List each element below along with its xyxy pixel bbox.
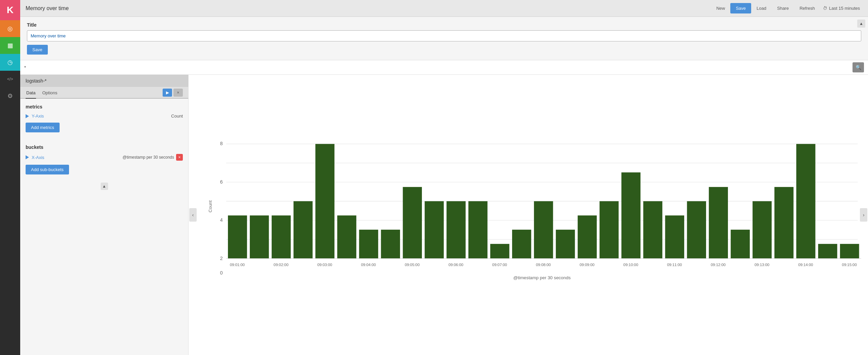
bucket-right: @timestamp per 30 seconds × [123,154,183,161]
settings-icon: ⚙ [7,92,13,100]
svg-rect-22 [425,201,444,258]
search-button[interactable]: 🔍 [852,62,864,72]
clock-icon: ◷ [7,59,13,66]
svg-rect-36 [731,230,750,259]
code-icon: </> [7,77,13,82]
scroll-up-button[interactable]: ▲ [101,182,108,190]
expand-icon [26,114,29,118]
svg-text:09:09:00: 09:09:00 [580,263,595,267]
play-button[interactable]: ▶ [163,89,172,97]
page-title: Memory over time [26,5,711,11]
remove-x-axis-button[interactable]: × [176,154,183,161]
svg-rect-27 [534,201,553,258]
sidebar-item-settings[interactable]: ⚙ [0,88,20,105]
title-input[interactable] [27,30,861,41]
sidebar-item-compass[interactable]: ◎ [0,20,20,37]
svg-rect-21 [403,187,422,258]
svg-text:09:03:00: 09:03:00 [317,263,332,267]
time-picker[interactable]: ⏱ Last 15 minutes [820,6,863,11]
svg-text:09:13:00: 09:13:00 [754,263,769,267]
buckets-section-title: buckets [26,145,183,150]
tabs-bar: Data Options ▶ × [20,87,188,99]
svg-rect-33 [665,215,684,259]
chart-nav-right-button[interactable]: › [860,208,867,221]
count-label: Count [171,114,183,119]
x-axis-value: @timestamp per 30 seconds [123,155,174,160]
svg-rect-28 [556,230,575,259]
main-area: Memory over time New Save Load Share Ref… [20,0,868,355]
bottom-area: logstash-* Data Options ▶ × metrics [20,75,868,355]
svg-text:09:04:00: 09:04:00 [361,263,376,267]
svg-rect-18 [337,215,356,259]
svg-rect-38 [774,187,794,258]
svg-rect-14 [250,215,269,259]
query-row: 🔍 [20,60,868,75]
svg-rect-32 [644,201,662,258]
sidebar-item-clock[interactable]: ◷ [0,54,20,71]
x-axis-label-left[interactable]: X-Axis [26,155,44,160]
svg-text:Count: Count [208,200,213,212]
index-name: logstash-* [26,78,46,84]
nav-refresh[interactable]: Refresh [794,3,820,13]
svg-rect-34 [687,201,706,258]
nav-save[interactable]: Save [730,3,751,13]
y-axis-label-left[interactable]: Y-Axis [26,114,44,119]
svg-rect-40 [818,244,837,258]
clock-icon: ⏱ [823,6,827,11]
title-label: Title [27,22,861,28]
svg-rect-24 [468,201,488,258]
sidebar-item-chart[interactable]: ▦ [0,37,20,54]
collapse-button[interactable]: ▲ [857,20,865,28]
svg-text:09:10:00: 09:10:00 [623,263,638,267]
svg-text:09:11:00: 09:11:00 [667,263,682,267]
nav-new[interactable]: New [711,3,730,13]
add-metrics-button[interactable]: Add metrics [26,123,60,132]
expand-x-icon [26,155,29,159]
tab-options[interactable]: Options [41,87,58,99]
svg-rect-20 [381,230,400,259]
svg-text:4: 4 [220,217,223,223]
svg-rect-41 [840,244,859,258]
search-icon: 🔍 [856,65,861,70]
svg-text:09:12:00: 09:12:00 [711,263,725,267]
y-axis-row: Y-Axis Count [26,114,183,119]
chart-icon: ▦ [7,42,13,49]
panel-bottom-nav: ▲ [20,180,188,193]
tabs-left: Data Options [26,87,58,98]
panel-body: metrics Y-Axis Count Add metrics buckets [20,99,188,180]
sidebar-item-code[interactable]: </> [0,71,20,88]
svg-rect-13 [228,215,247,259]
close-tab-button[interactable]: × [174,89,183,97]
svg-text:09:02:00: 09:02:00 [274,263,288,267]
svg-text:@timestamp per 30 seconds: @timestamp per 30 seconds [513,275,571,280]
title-section: Title Save ▲ [20,17,868,60]
y-axis-label: Y-Axis [32,114,44,119]
query-input[interactable] [24,65,850,70]
time-label: Last 15 minutes [829,6,860,11]
content-area: Title Save ▲ 🔍 logstash-* Data Op [20,17,868,355]
svg-text:09:15:00: 09:15:00 [842,263,857,267]
topbar: Memory over time New Save Load Share Ref… [20,0,868,17]
svg-text:09:01:00: 09:01:00 [230,263,245,267]
svg-text:8: 8 [220,141,223,146]
sidebar-logo[interactable]: K [0,0,20,20]
svg-rect-31 [622,173,641,259]
svg-text:6: 6 [220,179,223,184]
nav-share[interactable]: Share [772,3,794,13]
svg-text:09:07:00: 09:07:00 [492,263,507,267]
add-sub-buckets-button[interactable]: Add sub-buckets [26,165,69,175]
tab-data[interactable]: Data [26,87,36,99]
nav-load[interactable]: Load [751,3,772,13]
svg-text:09:06:00: 09:06:00 [448,263,463,267]
svg-rect-30 [600,201,619,258]
compass-icon: ◎ [7,25,13,32]
chart-area: ‹ › 8 6 4 2 0 [189,75,868,355]
svg-rect-29 [578,215,597,259]
save-button[interactable]: Save [27,45,48,55]
svg-text:0: 0 [220,270,223,275]
metrics-section-title: metrics [26,104,183,110]
svg-rect-17 [315,144,335,258]
chart-nav-left-button[interactable]: ‹ [189,208,197,221]
svg-rect-15 [272,215,291,259]
svg-rect-37 [752,201,772,258]
